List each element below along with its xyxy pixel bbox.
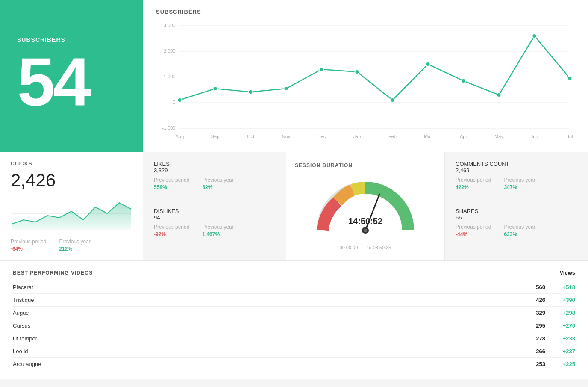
dot-feb [391, 98, 395, 102]
clicks-year-col: Previous year 212% [59, 239, 90, 252]
likes-label: LIKES [154, 161, 276, 167]
stats-row: CLICKS 2,426 Previous period -64% [0, 152, 588, 260]
x-label-jul: Jul [567, 134, 573, 139]
chart-title: SUBSCRIBERS [156, 9, 575, 15]
clicks-value: 2,426 [11, 170, 132, 191]
comments-period-label: Previous period [456, 177, 491, 183]
dot-dec [320, 67, 324, 71]
gauge-center-inner [364, 229, 367, 232]
videos-section: BEST PERFORMING VIDEOS Views Placerat 56… [0, 260, 588, 379]
shares-year-pct: 633% [504, 231, 535, 237]
dislikes-year-pct: 1,467% [202, 231, 233, 237]
video-stats: 295 +270 [528, 322, 575, 329]
clicks-label: CLICKS [11, 161, 132, 167]
dot-oct [249, 90, 253, 94]
x-label-nov: Nov [282, 134, 291, 139]
dot-jul [568, 76, 572, 80]
gauge-yellow [353, 188, 365, 190]
y-label-3000: 3,000 [164, 23, 176, 28]
video-views: 266 [528, 348, 545, 355]
gauge-orange [338, 190, 353, 201]
dot-apr [462, 79, 466, 83]
x-label-mar: Mar [424, 134, 432, 139]
session-label: SESSION DURATION [295, 162, 353, 168]
clicks-mini-chart [11, 196, 132, 230]
video-views: 560 [528, 284, 545, 290]
x-label-apr: Apr [460, 134, 467, 139]
likes-period-pct: 558% [154, 184, 189, 190]
y-label-1000: 1,000 [164, 74, 176, 79]
comments-shares-card: COMMENTS COUNT 2,469 Previous period 422… [445, 152, 588, 260]
video-row: Arcu augue 253 +225 [13, 358, 575, 370]
gauge-sub: 00:00:00 1d 08:50:35 [340, 245, 391, 250]
video-stats: 560 +518 [528, 284, 575, 290]
video-stats: 253 +225 [528, 361, 575, 367]
clicks-year-label: Previous year [59, 239, 90, 245]
video-change: +237 [554, 348, 575, 355]
dislikes-value: 94 [154, 214, 276, 221]
x-label-jun: Jun [531, 134, 538, 139]
video-name: Cursus [13, 322, 30, 329]
videos-title: BEST PERFORMING VIDEOS [13, 270, 93, 276]
dashboard: SUBSCRIBERS 54 SUBSCRIBERS 3,000 2,000 1… [0, 0, 588, 379]
comments-period-pct: 422% [456, 184, 491, 190]
x-label-jan: Jan [353, 134, 361, 139]
dislikes-year-label: Previous year [202, 224, 233, 230]
video-stats: 426 +390 [528, 297, 575, 303]
subscribers-count: 54 [17, 47, 89, 116]
video-views: 253 [528, 361, 545, 367]
comments-year-col: Previous year 347% [504, 177, 535, 190]
likes-value: 3,329 [154, 167, 276, 174]
y-label-neg1000: -1,000 [162, 125, 175, 130]
video-name: Tristique [13, 297, 34, 303]
shares-value: 66 [456, 214, 577, 221]
x-label-sep: Sep [211, 134, 220, 139]
video-row: Leo id 266 +237 [13, 345, 575, 358]
y-label-2000: 2,000 [164, 48, 176, 53]
gauge-svg: 14:50:52 [314, 175, 417, 243]
gauge-start: 00:00:00 [340, 245, 358, 250]
shares-meta: Previous period -44% Previous year 633% [456, 224, 577, 237]
gauge-time-text: 14:50:52 [348, 216, 382, 226]
dislikes-year-col: Previous year 1,467% [202, 224, 233, 237]
video-change: +225 [554, 361, 575, 367]
shares-year-col: Previous year 633% [504, 224, 535, 237]
x-label-aug: Aug [176, 134, 184, 139]
likes-year-pct: 62% [202, 184, 233, 190]
dot-jan [355, 70, 359, 74]
video-change: +298 [554, 310, 575, 316]
comments-value: 2,469 [456, 167, 577, 174]
video-name: Ut tempor [13, 335, 37, 342]
shares-year-label: Previous year [504, 224, 535, 230]
comments-section: COMMENTS COUNT 2,469 Previous period 422… [445, 152, 588, 199]
video-name: Arcu augue [13, 361, 41, 367]
video-row: Cursus 295 +270 [13, 319, 575, 332]
video-rows-container: Placerat 560 +518 Tristique 426 +390 Aug… [13, 281, 575, 370]
clicks-year-pct: 212% [59, 246, 90, 252]
comments-label: COMMENTS COUNT [456, 161, 577, 167]
clicks-card: CLICKS 2,426 Previous period -64% [0, 152, 143, 260]
line-chart-svg: 3,000 2,000 1,000 0 -1,000 [156, 19, 575, 143]
dislikes-section: DISLIKES 94 Previous period -92% Previou… [143, 199, 286, 246]
dot-aug [178, 98, 182, 102]
video-name: Leo id [13, 348, 28, 355]
x-label-dec: Dec [318, 134, 326, 139]
dot-jun [532, 34, 537, 38]
video-stats: 266 +237 [528, 348, 575, 355]
dislikes-label: DISLIKES [154, 208, 276, 214]
comments-meta: Previous period 422% Previous year 347% [456, 177, 577, 190]
video-change: +233 [554, 335, 575, 342]
shares-section: SHARES 66 Previous period -44% Previous … [445, 199, 588, 246]
video-change: +518 [554, 284, 575, 290]
subscribers-chart-panel: SUBSCRIBERS 3,000 2,000 1,000 0 -1,000 [143, 0, 588, 152]
dislikes-meta: Previous period -92% Previous year 1,467… [154, 224, 276, 237]
video-row: Tristique 426 +390 [13, 294, 575, 307]
clicks-meta: Previous period -64% Previous year 212% [11, 239, 132, 252]
dot-nov [284, 86, 288, 91]
shares-label: SHARES [456, 208, 577, 214]
video-stats: 329 +298 [528, 310, 575, 316]
video-row: Ut tempor 278 +233 [13, 332, 575, 345]
dislikes-period-col: Previous period -92% [154, 224, 189, 237]
likes-meta: Previous period 558% Previous year 62% [154, 177, 276, 190]
comments-year-pct: 347% [504, 184, 535, 190]
